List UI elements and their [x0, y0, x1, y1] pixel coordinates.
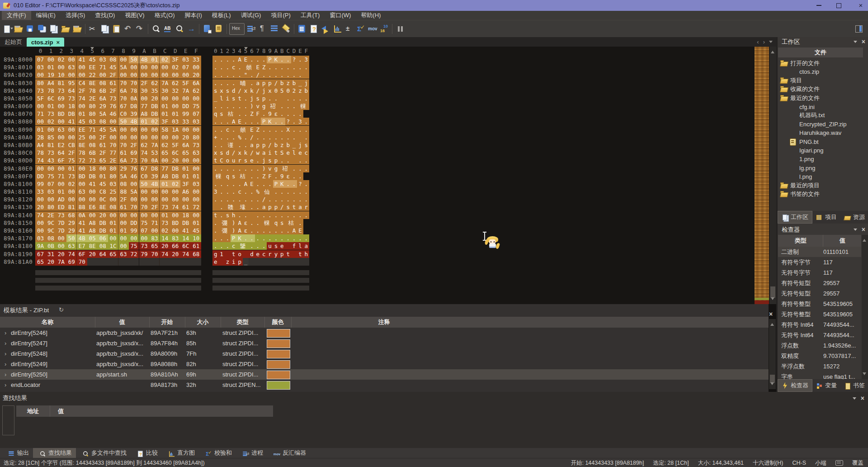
hex-byte[interactable]: 74: [160, 250, 170, 258]
bottom-tab-查找结果[interactable]: 查找结果: [33, 448, 76, 458]
ascii-char[interactable]: t: [231, 250, 236, 258]
hex-byte[interactable]: 20: [170, 250, 180, 258]
ascii-char[interactable]: w: [255, 149, 261, 157]
ascii-char[interactable]: t: [285, 250, 291, 258]
hex-byte[interactable]: 62: [149, 79, 160, 87]
ascii-char[interactable]: .: [218, 63, 224, 71]
hex-byte[interactable]: 19: [46, 71, 56, 79]
ascii-char[interactable]: .: [218, 203, 224, 211]
ascii-char[interactable]: x: [212, 149, 218, 157]
hex-byte[interactable]: 78: [87, 87, 98, 95]
ascii-char[interactable]: .: [243, 188, 249, 195]
hex-byte[interactable]: 25: [77, 133, 87, 141]
ascii-char[interactable]: P: [267, 56, 273, 63]
hex-byte[interactable]: 5A: [108, 126, 118, 133]
hex-byte[interactable]: A4: [46, 79, 56, 87]
hex-byte[interactable]: 00: [56, 180, 66, 188]
run-script-icon[interactable]: [202, 24, 212, 34]
template-header-注释[interactable]: 注释: [291, 317, 477, 328]
hex-byte[interactable]: 45: [77, 118, 87, 125]
hex-byte[interactable]: D8: [129, 102, 139, 110]
ascii-char[interactable]: t: [237, 95, 243, 102]
ascii-char[interactable]: d: [249, 250, 255, 258]
hex-byte[interactable]: 00: [170, 188, 180, 195]
hex-byte[interactable]: C4: [77, 79, 87, 87]
hex-byte[interactable]: 5A: [118, 172, 129, 180]
hex-byte[interactable]: 65: [98, 157, 108, 164]
hex-byte[interactable]: 71: [35, 110, 46, 118]
hex-byte[interactable]: 00: [108, 195, 118, 203]
ascii-char[interactable]: .: [255, 203, 261, 211]
hex-row[interactable]: 89A:803080A48195C48E086170702F627A625F6A…: [0, 79, 755, 87]
columns-icon[interactable]: [269, 24, 280, 34]
hex-byte[interactable]: 71: [87, 126, 98, 133]
ascii-char[interactable]: C: [218, 157, 224, 164]
hex-byte[interactable]: 68: [191, 250, 201, 258]
ascii-char[interactable]: p: [255, 141, 261, 149]
ascii-char[interactable]: s: [255, 95, 261, 102]
inspector-value[interactable]: 117: [823, 257, 861, 267]
hex-row[interactable]: 89A:81302080ED8188E68E086170702F73746172…: [0, 203, 755, 211]
ascii-char[interactable]: .: [303, 126, 309, 133]
ascii-char[interactable]: .: [285, 227, 291, 234]
ascii-char[interactable]: 弸: [218, 227, 231, 234]
hex-byte[interactable]: A6: [180, 188, 191, 195]
ascii-char[interactable]: z: [297, 87, 303, 95]
hex-byte[interactable]: 99: [180, 110, 191, 118]
ascii-char[interactable]: 顤: [243, 63, 255, 71]
hex-byte[interactable]: 05: [87, 234, 98, 242]
hex-byte[interactable]: 00: [160, 133, 170, 141]
hex-byte[interactable]: 74: [35, 157, 46, 164]
ascii-char[interactable]: c: [231, 242, 236, 250]
ascii-char[interactable]: .: [261, 180, 267, 188]
ascii-char[interactable]: .: [212, 141, 218, 149]
hex-byte[interactable]: 74: [139, 149, 150, 157]
hex-byte[interactable]: A8: [87, 219, 98, 227]
ascii-char[interactable]: .: [303, 63, 309, 71]
ascii-char[interactable]: .: [273, 234, 279, 242]
hex-byte[interactable]: 70: [118, 95, 129, 102]
ascii-char[interactable]: 9: [267, 110, 273, 118]
hex-byte[interactable]: 00: [35, 165, 46, 172]
hex-byte[interactable]: 00: [160, 188, 170, 195]
hex-byte[interactable]: 02: [170, 180, 180, 188]
ascii-char[interactable]: .: [249, 165, 255, 172]
tree-item-最近的文件[interactable]: 最近的文件: [778, 94, 868, 102]
save-all-icon[interactable]: [48, 24, 59, 34]
hex-byte[interactable]: [191, 258, 201, 266]
ascii-char[interactable]: 鑒: [237, 242, 249, 250]
hex-byte[interactable]: 00: [108, 211, 118, 219]
hex-byte[interactable]: 3F: [180, 180, 191, 188]
ascii-char[interactable]: K: [273, 56, 279, 63]
hex-byte[interactable]: DB: [66, 110, 77, 118]
inspector-row-有符号短型[interactable]: 有符号短型29557: [778, 278, 861, 288]
hex-byte[interactable]: 45: [191, 227, 201, 234]
hex-byte[interactable]: 6A: [98, 95, 108, 102]
hex-byte[interactable]: 7A: [160, 79, 170, 87]
hex-byte[interactable]: DD: [35, 172, 46, 180]
hex-byte[interactable]: DD: [180, 102, 191, 110]
ascii-char[interactable]: h: [303, 250, 309, 258]
hex-byte[interactable]: 50: [66, 234, 77, 242]
ascii-char[interactable]: 桔: [285, 219, 297, 227]
disassembly-icon[interactable]: [367, 24, 378, 34]
hex-byte[interactable]: 00: [149, 188, 160, 195]
find-icon[interactable]: [151, 24, 161, 34]
bottom-tab-比较[interactable]: 比较: [131, 448, 162, 458]
hex-byte[interactable]: 77: [139, 102, 150, 110]
ascii-char[interactable]: .: [249, 71, 255, 79]
expand-icon[interactable]: ›: [5, 328, 6, 338]
ascii-char[interactable]: a: [261, 203, 267, 211]
ascii-char[interactable]: .: [285, 102, 291, 110]
hex-byte[interactable]: 2E: [108, 157, 118, 164]
ascii-char[interactable]: s: [225, 87, 231, 95]
ascii-char[interactable]: s: [218, 149, 224, 157]
hex-byte[interactable]: DB: [87, 172, 98, 180]
panel-tab-项目[interactable]: 项目: [812, 211, 840, 224]
ascii-char[interactable]: .: [297, 219, 303, 227]
hex-row[interactable]: 89A:80E00000000100180080297667D877DB0100…: [0, 165, 755, 172]
ascii-char[interactable]: a: [297, 203, 303, 211]
ascii-char[interactable]: .: [279, 211, 285, 219]
inspector-row-字串[interactable]: 字串use flag1 t...: [778, 372, 861, 379]
ascii-char[interactable]: .: [279, 126, 285, 133]
